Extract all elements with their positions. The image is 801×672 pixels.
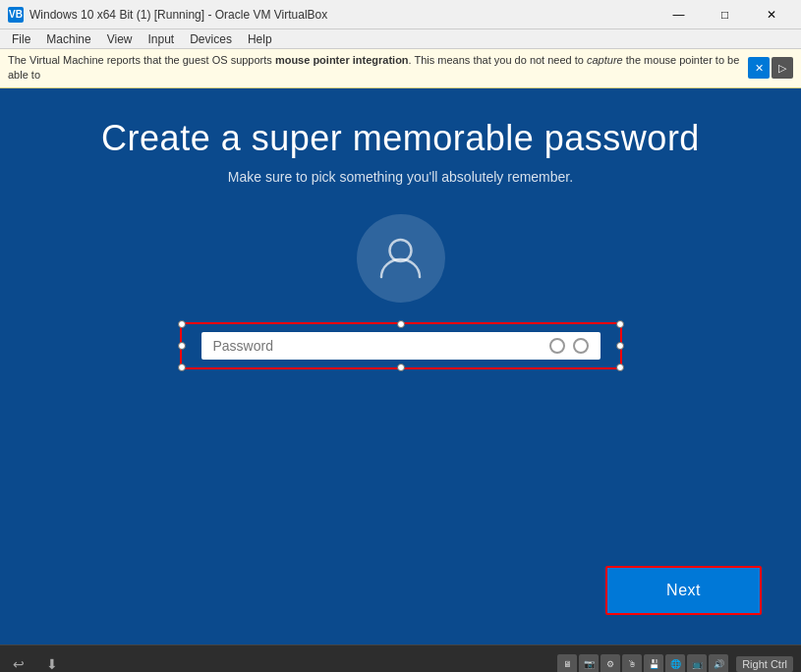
- statusbar: ↩ ⬇ 🖥 📷 ⚙ 🖱 💾 🌐 📺 🔊 Right Ctrl: [0, 644, 801, 672]
- menu-view[interactable]: View: [99, 30, 141, 48]
- titlebar: VB Windows 10 x64 Bit (1) [Running] - Or…: [0, 0, 801, 29]
- user-avatar: [357, 214, 445, 303]
- vm-icon-2[interactable]: ⬇: [41, 653, 63, 672]
- info-banner-text: The Virtual Machine reports that the gue…: [8, 53, 744, 84]
- next-button-area: Next: [605, 566, 762, 615]
- menubar: File Machine View Input Devices Help: [0, 29, 801, 49]
- password-toggle-icons: [549, 338, 589, 354]
- menu-help[interactable]: Help: [240, 30, 280, 48]
- tray-item-4[interactable]: 🖱: [622, 654, 642, 672]
- window-title: Windows 10 x64 Bit (1) [Running] - Oracl…: [29, 8, 657, 22]
- selection-handle-bm: [397, 364, 405, 371]
- password-input-wrapper: [201, 332, 601, 360]
- vm-content-area: Create a super memorable password Make s…: [0, 88, 801, 644]
- page-subtitle: Make sure to pick something you'll absol…: [228, 169, 573, 185]
- tray-item-8[interactable]: 🔊: [709, 654, 728, 672]
- password-toggle-icon-2[interactable]: [573, 338, 589, 354]
- svg-point-0: [390, 240, 412, 261]
- statusbar-right: 🖥 📷 ⚙ 🖱 💾 🌐 📺 🔊 Right Ctrl: [557, 654, 793, 672]
- menu-machine[interactable]: Machine: [38, 30, 98, 48]
- password-selection-box: [180, 322, 622, 369]
- selection-handle-tm: [397, 320, 405, 328]
- selection-handle-tl: [178, 320, 186, 328]
- menu-devices[interactable]: Devices: [182, 30, 240, 48]
- selection-handle-br: [616, 364, 624, 371]
- window-controls: — □ ✕: [657, 5, 793, 25]
- next-button[interactable]: Next: [605, 566, 762, 615]
- selection-handle-mr: [616, 342, 624, 350]
- minimize-button[interactable]: —: [657, 5, 701, 25]
- vm-icon-1[interactable]: ↩: [8, 653, 29, 672]
- selection-handle-bl: [178, 364, 186, 371]
- info-arrow-button[interactable]: ▷: [772, 57, 793, 79]
- maximize-button[interactable]: □: [703, 5, 747, 25]
- right-ctrl-label: Right Ctrl: [736, 656, 793, 672]
- info-close-button[interactable]: ✕: [748, 57, 770, 79]
- menu-input[interactable]: Input: [141, 30, 183, 48]
- tray-item-7[interactable]: 📺: [687, 654, 707, 672]
- tray-item-1[interactable]: 🖥: [557, 654, 577, 672]
- close-button[interactable]: ✕: [749, 5, 793, 25]
- tray-item-6[interactable]: 🌐: [665, 654, 685, 672]
- info-banner: The Virtual Machine reports that the gue…: [0, 49, 801, 88]
- tray-item-2[interactable]: 📷: [579, 654, 599, 672]
- page-title: Create a super memorable password: [101, 118, 700, 159]
- tray-item-3[interactable]: ⚙: [601, 654, 620, 672]
- tray-item-5[interactable]: 💾: [644, 654, 663, 672]
- avatar-icon: [373, 231, 428, 285]
- app-icon: VB: [8, 7, 24, 23]
- selection-handle-tr: [616, 320, 624, 328]
- statusbar-left: ↩ ⬇: [8, 653, 557, 672]
- password-toggle-icon-1[interactable]: [549, 338, 565, 354]
- password-input[interactable]: [213, 338, 549, 354]
- selection-handle-ml: [178, 342, 186, 350]
- menu-file[interactable]: File: [4, 30, 38, 48]
- system-tray: 🖥 📷 ⚙ 🖱 💾 🌐 📺 🔊: [557, 654, 728, 672]
